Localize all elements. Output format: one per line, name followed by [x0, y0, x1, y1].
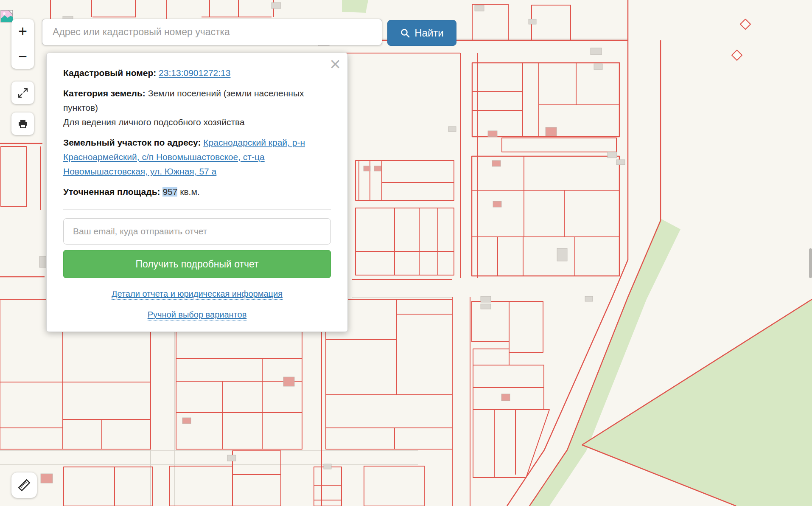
category-row: Категория земель: Земли поселений (земли…: [63, 86, 331, 115]
manual-select-link[interactable]: Ручной выбор вариантов: [148, 309, 247, 320]
area-label: Уточненная площадь:: [63, 187, 160, 197]
building: [481, 304, 491, 309]
parcel-outline: [64, 467, 153, 506]
area-units: кв.м.: [180, 187, 199, 197]
scrollbar-thumb[interactable]: [809, 248, 812, 278]
building: [608, 152, 617, 158]
printer-icon: [17, 118, 28, 129]
parcel-outline: [532, 5, 571, 40]
zoom-panel: + −: [11, 19, 34, 69]
building: [616, 160, 625, 165]
area-row: Уточненная площадь: 957 кв.м.: [63, 185, 331, 199]
building: [475, 5, 484, 11]
building: [374, 166, 381, 171]
cadastral-number-label: Кадастровый номер:: [63, 68, 156, 78]
parcel-outline: [356, 208, 454, 275]
search-button[interactable]: Найти: [387, 20, 456, 46]
zoom-out-button[interactable]: −: [11, 44, 34, 69]
address-label: Земельный участок по адресу:: [63, 138, 201, 147]
expand-arrows-icon: [17, 87, 28, 98]
parcel-outline: [232, 451, 281, 506]
building: [557, 248, 567, 261]
parcel-outline: [509, 301, 543, 352]
search-button-label: Найти: [414, 27, 443, 39]
measure-button[interactable]: [11, 472, 37, 498]
building: [364, 166, 370, 171]
area-value: 957: [162, 187, 177, 197]
print-button[interactable]: [11, 112, 34, 135]
building: [324, 464, 331, 469]
building: [481, 296, 491, 302]
cadastral-number-row: Кадастровый номер: 23:13:0901272:13: [63, 66, 331, 80]
parcel-outline: [502, 138, 616, 152]
building: [546, 127, 557, 136]
report-details-link[interactable]: Детали отчета и юридическая информация: [112, 288, 283, 300]
building: [272, 3, 281, 8]
building: [585, 296, 593, 301]
fullscreen-button[interactable]: [11, 82, 34, 104]
building: [448, 127, 456, 132]
usage-row: Для ведения личного подсобного хозяйства: [63, 115, 331, 129]
building: [501, 394, 510, 401]
parcel-outline: [740, 19, 750, 29]
get-report-button[interactable]: Получить подробный отчет: [63, 250, 331, 278]
parcel-outline: [473, 365, 544, 388]
popup-divider: [63, 209, 331, 210]
building: [41, 474, 53, 483]
parcel-outline: [170, 466, 232, 506]
parcel-outline: [732, 50, 742, 60]
parcel-outline: [473, 349, 509, 365]
email-field[interactable]: [63, 218, 331, 245]
parcel-outline: [1, 146, 26, 207]
parcel-outline: [472, 63, 619, 137]
green-area: [342, 0, 368, 13]
parcel-outline: [472, 156, 619, 276]
zoom-in-button[interactable]: +: [11, 19, 34, 44]
building: [492, 160, 501, 166]
minus-icon: −: [18, 48, 27, 65]
cadastral-number-link[interactable]: 23:13:0901272:13: [159, 68, 230, 78]
building: [529, 19, 536, 24]
address-block: Земельный участок по адресу: Краснодарск…: [63, 135, 331, 179]
building: [594, 64, 602, 70]
parcel-outline: [473, 410, 549, 478]
building: [493, 201, 501, 207]
building: [227, 455, 236, 461]
category-label: Категория земель:: [63, 88, 146, 98]
building: [283, 377, 294, 386]
search-input[interactable]: [42, 19, 382, 45]
parcel-info-popup: × Кадастровый номер: 23:13:0901272:13 Ка…: [46, 53, 348, 332]
plus-icon: +: [18, 22, 27, 40]
ruler-icon: [17, 478, 31, 492]
search-icon: [400, 28, 410, 38]
category-block: Категория земель: Земли поселений (земли…: [63, 86, 331, 129]
building: [488, 131, 497, 137]
building: [182, 418, 191, 424]
close-icon[interactable]: ×: [330, 55, 341, 73]
parcel-outline: [364, 466, 424, 506]
building: [591, 48, 602, 55]
